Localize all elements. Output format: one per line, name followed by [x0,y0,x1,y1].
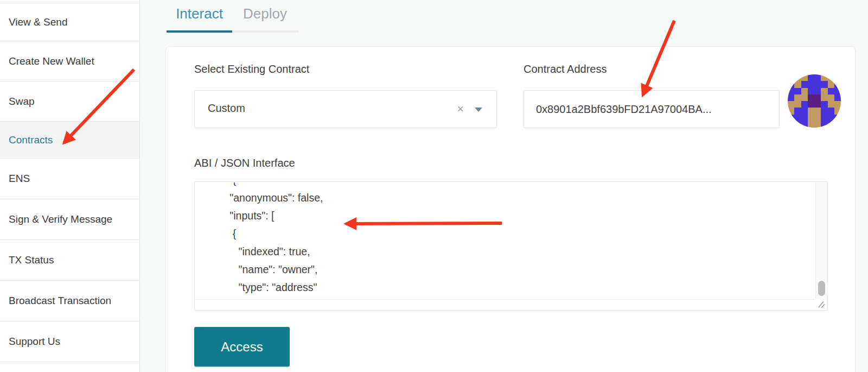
identicon-cell [808,88,814,94]
identicon-cell [794,74,801,81]
identicon-cell [828,101,834,108]
sidebar-item-tx-status[interactable]: TX Status [0,240,139,281]
identicon-cell [808,74,814,81]
abi-scrollbar-track[interactable] [815,182,827,299]
chevron-down-icon[interactable] [475,108,482,112]
identicon-cell [834,94,841,101]
identicon-cell [828,81,834,87]
identicon-cell [821,115,827,121]
identicon-cell [814,121,821,128]
identicon-cell [794,115,801,121]
identicon-cell [788,115,794,121]
identicon-cell [808,101,814,108]
identicon-cell [834,81,841,87]
sidebar-item-ens[interactable]: ENS [0,159,139,199]
identicon-cell [794,81,801,87]
identicon-cell [821,108,827,114]
sidebar-item-support-us[interactable]: Support Us [0,321,139,362]
identicon-cell [788,108,794,114]
identicon-cell [801,121,808,128]
tab-deploy[interactable]: Deploy [232,5,298,22]
identicon-cell [808,94,814,101]
identicon-cell [794,94,801,101]
abi-resize-grip-icon[interactable] [815,299,827,310]
contract-address-input[interactable] [524,90,780,128]
dropdown-selected-value: Custom [208,102,245,115]
identicon-cell [788,81,794,87]
identicon-cell [828,115,834,121]
identicon-cell [834,121,841,128]
identicon-cell [801,101,808,108]
sidebar-item-contracts[interactable]: Contracts [0,122,139,159]
abi-bottom-strip [195,299,815,310]
identicon-cell [834,115,841,121]
abi-scrollbar-thumb[interactable] [818,281,825,296]
identicon-cell [834,74,841,81]
existing-contract-dropdown[interactable]: Custom × [194,90,497,128]
identicon-cell [821,94,827,101]
identicon-cell [794,108,801,114]
identicon-cell [808,115,814,121]
contract-address-label: Contract Address [524,63,607,75]
tab-active-underline [167,30,232,33]
identicon-cell [814,88,821,94]
identicon-cell [814,81,821,87]
identicon-cell [788,121,794,128]
identicon-cell [834,88,841,94]
sidebar-item-list: View & SendCreate New WalletSwapContract… [0,3,139,362]
abi-text-clip: { "anonymous": false, "inputs": [ { "ind… [195,182,815,299]
sidebar-item-create-new-wallet[interactable]: Create New Wallet [0,41,139,81]
identicon-cell [821,88,827,94]
identicon-cell [834,108,841,114]
sidebar-item-broadcast-transaction[interactable]: Broadcast Transaction [0,281,139,321]
identicon-cell [821,81,827,87]
identicon-cell [828,88,834,94]
identicon-cell [794,121,801,128]
identicon-cell [828,94,834,101]
identicon-cell [821,101,827,108]
contract-interact-card: Select Existing Contract Custom × Contra… [165,46,856,372]
identicon-cell [801,94,808,101]
identicon-cell [814,74,821,81]
identicon-cell [801,108,808,114]
identicon-cell [808,121,814,128]
identicon-cell [794,101,801,108]
identicon-cell [814,101,821,108]
sidebar-item-swap[interactable]: Swap [0,81,139,122]
identicon-cell [801,115,808,121]
identicon-cell [801,81,808,87]
sidebar-nav: View & SendCreate New WalletSwapContract… [0,0,140,372]
select-existing-contract-label: Select Existing Contract [194,63,309,75]
sidebar-item-sign-verify-message[interactable]: Sign & Verify Message [0,199,139,240]
sidebar-item-view-send[interactable]: View & Send [0,3,139,41]
identicon-cell [814,115,821,121]
identicon-cell [788,88,794,94]
tab-inactive-underline [232,30,299,33]
tab-interact[interactable]: Interact [167,5,232,22]
identicon-cell [814,108,821,114]
identicon-cell [828,121,834,128]
identicon-cell [788,101,794,108]
identicon-cell [794,88,801,94]
identicon-cell [788,94,794,101]
address-identicon-avatar [788,74,841,128]
identicon-cell [821,121,827,128]
abi-textarea[interactable]: { "anonymous": false, "inputs": [ { "ind… [194,181,828,311]
identicon-cell [828,108,834,114]
identicon-cell [788,74,794,81]
identicon-cell [814,94,821,101]
identicon-cell [808,81,814,87]
identicon-cell [828,74,834,81]
abi-json-content: { "anonymous": false, "inputs": [ { "ind… [195,182,815,299]
identicon-cell [821,74,827,81]
identicon-cell [834,101,841,108]
identicon-cell [808,108,814,114]
clear-selection-icon[interactable]: × [457,102,464,117]
access-button[interactable]: Access [194,327,290,367]
identicon-cell [801,88,808,94]
abi-json-interface-label: ABI / JSON Interface [194,157,295,169]
identicon-cell [801,74,808,81]
